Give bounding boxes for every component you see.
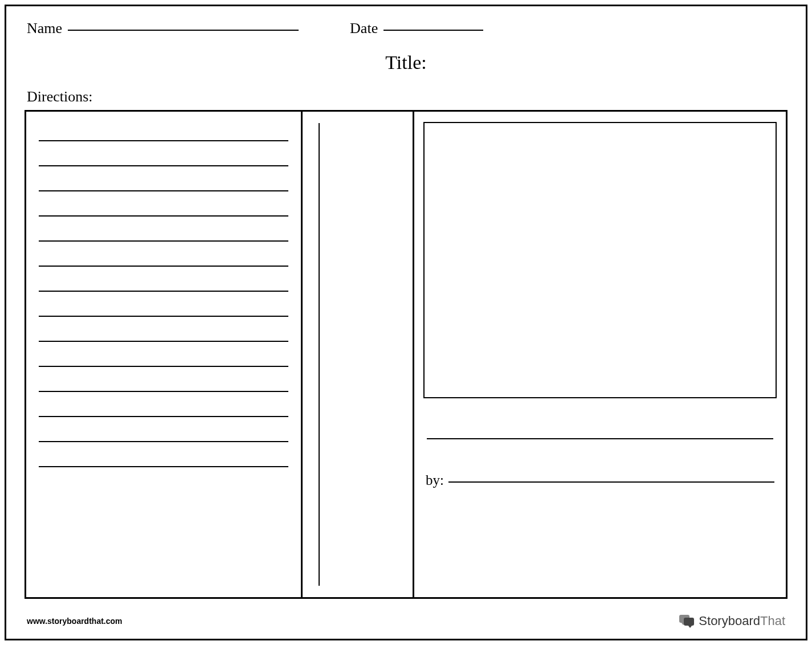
by-field: by: bbox=[423, 472, 777, 488]
date-label: Date bbox=[350, 20, 378, 37]
main-panel: by: bbox=[25, 110, 787, 599]
spine-line bbox=[319, 123, 320, 586]
worksheet-page: Name Date Title: Directions: bbox=[5, 5, 807, 640]
caption-input-line[interactable] bbox=[427, 438, 773, 439]
footer-logo: StoryboardThat bbox=[679, 614, 785, 628]
directions-label: Directions: bbox=[27, 88, 93, 105]
footer: www.storyboardthat.com StoryboardThat bbox=[27, 614, 785, 628]
footer-url: www.storyboardthat.com bbox=[27, 617, 123, 626]
date-field: Date bbox=[350, 20, 483, 37]
name-field: Name bbox=[27, 20, 299, 37]
writing-line[interactable] bbox=[39, 266, 288, 267]
writing-line[interactable] bbox=[39, 165, 288, 166]
writing-line[interactable] bbox=[39, 140, 288, 141]
writing-line[interactable] bbox=[39, 316, 288, 317]
writing-line[interactable] bbox=[39, 466, 288, 467]
logo-text-1: Storyboard bbox=[699, 614, 760, 628]
date-input-line[interactable] bbox=[383, 30, 483, 31]
name-label: Name bbox=[27, 20, 62, 37]
writing-line[interactable] bbox=[39, 366, 288, 367]
header-area: Name Date Title: Directions: bbox=[6, 6, 806, 105]
writing-line[interactable] bbox=[39, 416, 288, 417]
writing-line[interactable] bbox=[39, 341, 288, 342]
title-label: Title: bbox=[385, 52, 426, 73]
cover-column: by: bbox=[414, 112, 786, 597]
writing-line[interactable] bbox=[39, 441, 288, 442]
name-date-row: Name Date bbox=[27, 20, 785, 37]
writing-line[interactable] bbox=[39, 291, 288, 292]
title-row: Title: bbox=[27, 52, 785, 74]
by-input-line[interactable] bbox=[448, 481, 774, 483]
speech-bubbles-icon bbox=[679, 615, 694, 627]
image-box[interactable] bbox=[423, 122, 777, 398]
writing-line[interactable] bbox=[39, 240, 288, 242]
writing-line[interactable] bbox=[39, 190, 288, 191]
writing-column bbox=[26, 112, 303, 597]
writing-line[interactable] bbox=[39, 391, 288, 392]
spine-column bbox=[303, 112, 414, 597]
writing-line[interactable] bbox=[39, 215, 288, 217]
name-input-line[interactable] bbox=[68, 30, 299, 31]
directions-row: Directions: bbox=[27, 88, 785, 105]
by-label: by: bbox=[426, 472, 444, 488]
logo-text-2: That bbox=[760, 614, 785, 628]
